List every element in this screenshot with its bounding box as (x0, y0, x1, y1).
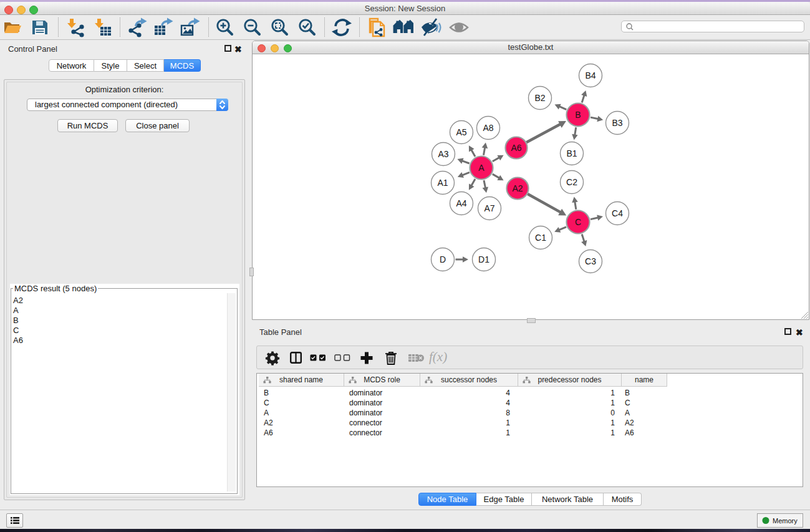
svg-text:B: B (575, 110, 581, 120)
svg-text:A1: A1 (437, 178, 448, 188)
svg-text:A3: A3 (438, 149, 448, 159)
svg-text:C2: C2 (566, 177, 577, 187)
svg-text:D: D (440, 254, 446, 264)
svg-text:A6: A6 (511, 143, 521, 153)
svg-text:C: C (575, 217, 581, 227)
svg-text:A2: A2 (512, 183, 523, 193)
svg-text:C1: C1 (535, 233, 546, 243)
svg-text:C3: C3 (585, 256, 596, 266)
svg-text:Memory: Memory (773, 517, 798, 525)
svg-text:A8: A8 (483, 123, 493, 133)
svg-text:D1: D1 (478, 254, 489, 264)
svg-text:A4: A4 (456, 198, 466, 208)
svg-text:C4: C4 (612, 208, 623, 218)
svg-text:B2: B2 (534, 93, 545, 103)
svg-text:A7: A7 (484, 203, 494, 213)
svg-text:A5: A5 (456, 127, 466, 137)
svg-text:A: A (478, 163, 485, 173)
svg-text:B3: B3 (612, 118, 622, 128)
svg-text:B4: B4 (585, 70, 595, 80)
svg-text:B1: B1 (566, 148, 577, 158)
